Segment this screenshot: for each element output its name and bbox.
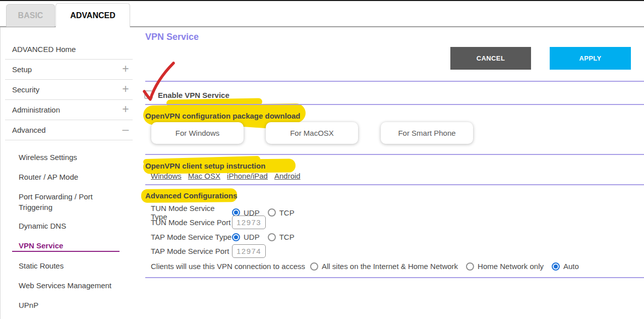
- advanced-config-heading: Advanced Configurations: [145, 191, 238, 200]
- clients-all-sites-label: All sites on the Internet & Home Network: [322, 262, 458, 271]
- tap-udp-radio[interactable]: [232, 233, 240, 241]
- tap-tcp-label: TCP: [279, 233, 295, 241]
- section-divider: [145, 104, 644, 105]
- sidebar-item-router-ap-mode[interactable]: Router / AP Mode: [19, 172, 126, 182]
- for-macosx-label: For MacOSX: [290, 129, 334, 137]
- page-title: VPN Service: [145, 32, 199, 42]
- clients-auto-label: Auto: [563, 262, 579, 271]
- sidebar-item-static-routes[interactable]: Static Routes: [19, 260, 126, 271]
- tab-advanced-label: ADVANCED: [70, 11, 115, 20]
- link-mac-osx[interactable]: Mac OSX: [188, 172, 220, 180]
- clients-access-label: Clients will use this VPN connection to …: [151, 262, 305, 271]
- tab-advanced[interactable]: ADVANCED: [55, 3, 130, 27]
- clients-auto-radio[interactable]: [552, 262, 560, 271]
- sidebar-item-wireless-settings[interactable]: Wireless Settings: [19, 152, 126, 163]
- sidebar-item-dynamic-dns[interactable]: Dynamic DNS: [19, 221, 126, 231]
- sidebar-item-port-forwarding[interactable]: Port Forwarding / Port Triggering: [19, 191, 126, 212]
- clients-home-only-label: Home Network only: [478, 262, 544, 271]
- sidebar-item-security[interactable]: Security: [12, 85, 39, 94]
- clients-access-row: Clients will use this VPN connection to …: [151, 262, 587, 271]
- section-divider: [145, 277, 644, 278]
- tap-udp-label: UDP: [244, 233, 260, 241]
- sidebar-item-web-services-management[interactable]: Web Services Management: [19, 280, 126, 291]
- tun-tcp-label: TCP: [279, 208, 295, 217]
- tap-type-label: TAP Mode Service Type: [151, 233, 232, 241]
- tun-port-input[interactable]: [232, 216, 266, 229]
- expand-icon-security[interactable]: +: [120, 84, 131, 94]
- for-windows-button[interactable]: For Windows: [151, 122, 244, 144]
- collapse-icon-advanced[interactable]: –: [120, 124, 131, 134]
- active-item-underline: [12, 251, 120, 252]
- sidebar-item-vpn-service[interactable]: VPN Service: [19, 240, 126, 251]
- for-macosx-button[interactable]: For MacOSX: [266, 122, 358, 144]
- sidebar-item-administration[interactable]: Administration: [12, 105, 60, 115]
- client-setup-links: Windows Mac OSX iPhone/iPad Android: [151, 172, 301, 180]
- tap-port-input[interactable]: [232, 244, 266, 258]
- section-divider: [145, 81, 644, 82]
- config-download-heading: OpenVPN configuration package download: [145, 112, 301, 120]
- expand-icon-setup[interactable]: +: [120, 64, 131, 74]
- tap-port-row: TAP Mode Service Port: [151, 244, 266, 258]
- section-divider: [145, 154, 644, 155]
- sidebar-divider: [5, 140, 133, 140]
- tun-tcp-radio[interactable]: [268, 208, 276, 217]
- link-windows[interactable]: Windows: [151, 172, 182, 180]
- sidebar-item-advanced[interactable]: Advanced: [12, 125, 46, 135]
- sidebar-divider: [5, 59, 133, 60]
- section-divider: [145, 184, 644, 185]
- for-smartphone-label: For Smart Phone: [398, 129, 455, 137]
- vpn-service-page: BASIC ADVANCED ADVANCED Home Setup + Sec…: [0, 0, 644, 319]
- client-setup-heading: OpenVPN client setup instruction: [145, 162, 265, 170]
- tun-port-row: TUN Mode Service Port: [151, 216, 266, 229]
- sidebar-divider: [5, 120, 133, 120]
- sidebar-item-setup[interactable]: Setup: [12, 65, 32, 74]
- sidebar-divider: [5, 79, 133, 80]
- sidebar-left-edge: [0, 27, 1, 319]
- link-android[interactable]: Android: [274, 172, 301, 180]
- top-border: [0, 0, 644, 1]
- apply-button-label: APPLY: [579, 55, 601, 62]
- clients-all-sites-radio[interactable]: [310, 262, 318, 271]
- cancel-button[interactable]: CANCEL: [450, 47, 531, 70]
- tap-port-label: TAP Mode Service Port: [151, 247, 232, 255]
- link-iphone-ipad[interactable]: iPhone/iPad: [227, 172, 268, 180]
- enable-vpn-label: Enable VPN Service: [158, 91, 229, 99]
- tap-type-row: TAP Mode Service Type UDP TCP: [151, 233, 303, 241]
- sidebar-item-advanced-home[interactable]: ADVANCED Home: [12, 44, 76, 54]
- sidebar-item-upnp[interactable]: UPnP: [19, 300, 126, 310]
- enable-vpn-checkbox[interactable]: [144, 90, 153, 99]
- for-windows-label: For Windows: [175, 129, 220, 137]
- apply-button[interactable]: APPLY: [550, 47, 631, 70]
- clients-home-only-radio[interactable]: [466, 262, 474, 271]
- tab-basic[interactable]: BASIC: [6, 4, 55, 27]
- tap-tcp-radio[interactable]: [268, 233, 276, 241]
- for-smartphone-button[interactable]: For Smart Phone: [381, 122, 473, 144]
- sidebar-divider: [5, 99, 133, 100]
- expand-icon-administration[interactable]: +: [120, 104, 131, 114]
- tab-basic-label: BASIC: [18, 11, 43, 20]
- tun-port-label: TUN Mode Service Port: [151, 218, 232, 227]
- cancel-button-label: CANCEL: [477, 55, 505, 62]
